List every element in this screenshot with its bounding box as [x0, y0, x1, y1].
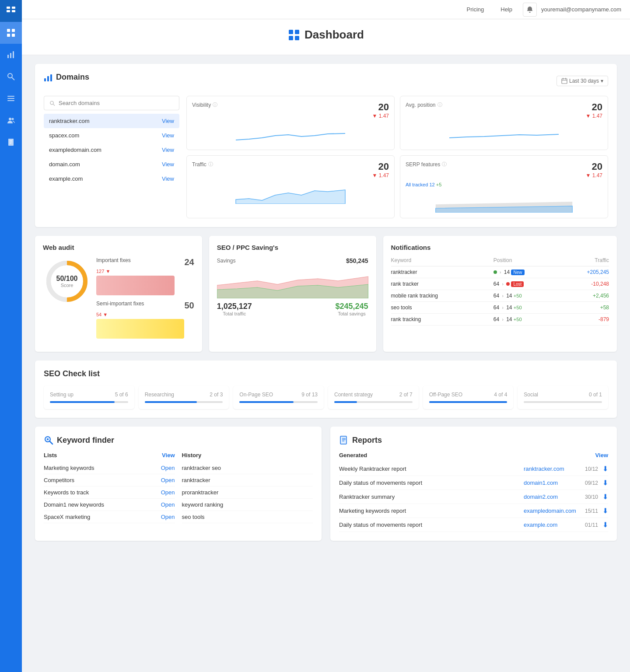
sidebar-item-users[interactable] [0, 109, 22, 131]
reports-view-link[interactable]: View [595, 452, 608, 458]
lists-view-link[interactable]: View [162, 452, 175, 458]
info-icon[interactable]: ⓘ [213, 102, 217, 108]
svg-rect-14 [7, 98, 14, 99]
sidebar-item-analytics[interactable] [0, 44, 22, 66]
reports-title: Reports [339, 435, 608, 445]
arrow-icon: › [502, 305, 503, 310]
sidebar-item-search[interactable] [0, 66, 22, 88]
sidebar-item-lists[interactable] [0, 88, 22, 109]
date-filter[interactable]: Last 30 days ▾ [556, 76, 608, 86]
report-domain[interactable]: example.com [524, 522, 557, 528]
report-name: Ranktracker summary [339, 494, 524, 500]
svg-marker-35 [236, 190, 345, 204]
check-item: Researching 2 of 3 [139, 385, 229, 409]
domains-icon [44, 73, 52, 82]
avg-position-chart: Avg. position ⓘ 20 ▼ 1.47 [400, 96, 608, 150]
status-dot-red [506, 282, 510, 286]
list-open-link[interactable]: Open [161, 477, 175, 483]
list-item[interactable]: spacex.com View [44, 128, 179, 143]
kw-lists-col: Lists View Marketing keywords Open Compe… [44, 452, 175, 523]
list-item[interactable]: exampledomain.com View [44, 143, 179, 157]
help-link[interactable]: Help [494, 4, 518, 15]
user-email[interactable]: youremail@companyname.com [541, 6, 621, 13]
sidebar-item-reports[interactable] [0, 131, 22, 153]
domains-section: Domains Last 30 days ▾ ranktracker.com [35, 64, 617, 227]
info-icon[interactable]: ⓘ [442, 161, 447, 168]
svg-point-33 [50, 101, 53, 104]
check-content-strategy: Content strategy 2 of 7 [334, 392, 413, 398]
svg-point-17 [12, 118, 14, 120]
sidebar-item-dashboard[interactable] [0, 22, 22, 44]
domain-search-box[interactable] [44, 96, 179, 110]
domain-view-link[interactable]: View [162, 161, 174, 168]
list-open-link[interactable]: Open [161, 514, 175, 520]
checklist-title: SEO Check list [44, 369, 608, 378]
svg-rect-21 [10, 143, 11, 144]
download-icon[interactable]: ⬇ [602, 493, 608, 501]
svg-rect-28 [50, 74, 52, 81]
domain-view-link[interactable]: View [162, 147, 174, 153]
traffic-cell: +58 [561, 302, 609, 314]
check-progress: 4 of 4 [494, 392, 507, 398]
position-change: +50 [514, 293, 522, 298]
domain-name: example.com [49, 175, 83, 182]
report-domain[interactable]: ranktracker.com [524, 466, 564, 472]
download-icon[interactable]: ⬇ [602, 507, 608, 515]
check-item: Content strategy 2 of 7 [328, 385, 419, 409]
domain-name: ranktracker.com [49, 118, 89, 124]
kw-cell: mobile rank tracking [391, 290, 494, 302]
keyword-finder-card: Keyword finder Lists View Marketing keyw… [35, 427, 322, 541]
check-progress: 2 of 3 [210, 392, 223, 398]
domain-view-link[interactable]: View [162, 118, 174, 124]
report-row: Weekly Ranktracker report ranktracker.co… [339, 462, 608, 476]
list-open-link[interactable]: Open [161, 465, 175, 471]
domain-view-link[interactable]: View [162, 132, 174, 139]
list-item-name: Domain1 new keywords [44, 501, 104, 508]
traffic-cell: -10,248 [561, 278, 609, 290]
report-date: 15/11 [581, 508, 598, 514]
list-item: keyword ranking [182, 499, 313, 511]
svg-rect-19 [10, 140, 12, 141]
check-item: Setting up 5 of 6 [44, 385, 134, 409]
visibility-value: 20 [372, 102, 389, 113]
pricing-link[interactable]: Pricing [461, 4, 490, 15]
list-item[interactable]: ranktracker.com View [44, 114, 179, 128]
kw-cell: rank tracker [391, 278, 494, 290]
list-item[interactable]: example.com View [44, 172, 179, 186]
list-item: ranktracker [182, 474, 313, 486]
list-item: ranktracker seo [182, 462, 313, 474]
check-setting-up: Setting up 5 of 6 [50, 392, 128, 398]
notifications-table: Keyword Position Traffic ranktracker › 1… [391, 257, 609, 326]
search-input[interactable] [59, 100, 174, 106]
domain-view-link[interactable]: View [162, 175, 174, 182]
list-item: SpaceX marketing Open [44, 511, 175, 523]
report-domain[interactable]: exampledomain.com [524, 508, 576, 514]
arrow-icon: › [500, 270, 501, 275]
list-open-link[interactable]: Open [161, 501, 175, 508]
download-icon[interactable]: ⬇ [602, 465, 608, 473]
info-icon[interactable]: ⓘ [208, 161, 213, 168]
notification-bell[interactable] [523, 3, 537, 17]
semi-fixes-count: 50 [185, 301, 194, 311]
check-progress: 0 of 1 [589, 392, 602, 398]
history-item: ranktracker [182, 477, 210, 483]
report-domain[interactable]: domain2.com [524, 494, 558, 500]
check-progress: 2 of 7 [399, 392, 413, 398]
report-domain[interactable]: domain1.com [524, 480, 558, 486]
svg-rect-7 [12, 34, 15, 37]
reports-card: Reports Generated View Weekly Ranktracke… [330, 427, 617, 541]
audit-score: 50/100 [56, 275, 78, 283]
report-row: Daily status of movements report domain1… [339, 476, 608, 490]
list-open-link[interactable]: Open [161, 489, 175, 496]
list-item[interactable]: domain.com View [44, 157, 179, 172]
list-item-name: Competitors [44, 477, 74, 483]
check-item: Social 0 of 1 [518, 385, 608, 409]
download-icon[interactable]: ⬇ [602, 479, 608, 487]
history-item: ranktracker seo [182, 465, 221, 471]
traffic-label: Traffic ⓘ [192, 161, 213, 168]
info-icon[interactable]: ⓘ [438, 102, 442, 108]
domain-name: domain.com [49, 161, 80, 168]
history-item: proranktracker [182, 489, 219, 496]
download-icon[interactable]: ⬇ [602, 521, 608, 529]
checklist-heading: SEO Check list [44, 369, 100, 378]
